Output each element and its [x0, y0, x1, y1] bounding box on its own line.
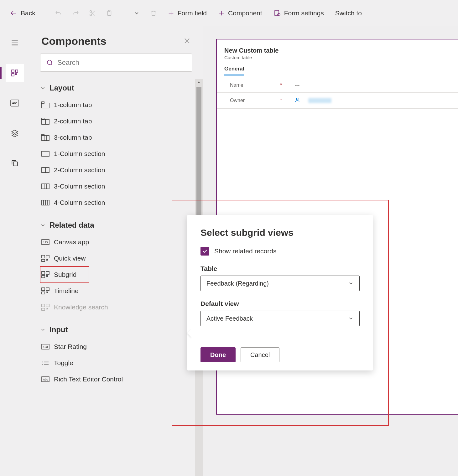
form-subtitle: Custom table: [217, 54, 458, 66]
clipboard-icon: [106, 10, 113, 17]
redo-button[interactable]: [68, 6, 83, 20]
comp-rich-text[interactable]: AbcRich Text Editor Control: [40, 371, 203, 387]
comp-4col-section[interactable]: 4-Column section: [40, 194, 203, 211]
comp-timeline[interactable]: Timeline: [40, 283, 203, 299]
check-icon: [202, 248, 208, 254]
chevron-down-icon: [40, 222, 46, 228]
abc-icon: Abc: [41, 376, 49, 383]
comp-knowledge-search: Knowledge search: [40, 299, 203, 315]
chevron-button[interactable]: [129, 6, 144, 20]
svg-rect-17: [42, 118, 44, 120]
search-box[interactable]: [40, 54, 192, 72]
close-icon: [183, 37, 191, 44]
done-button[interactable]: Done: [200, 347, 236, 362]
group-layout[interactable]: Layout: [40, 79, 203, 97]
cut-button[interactable]: [85, 6, 100, 20]
grid-icon: [41, 304, 49, 311]
view-dropdown[interactable]: Active Feedback: [200, 311, 360, 326]
svg-text:Abc: Abc: [43, 378, 48, 381]
plus-icon: [218, 10, 225, 17]
comp-toggle[interactable]: Toggle: [40, 355, 203, 371]
field-row-name[interactable]: Name * ---: [217, 78, 458, 92]
show-related-checkbox[interactable]: [200, 247, 209, 256]
svg-rect-40: [42, 308, 45, 310]
switch-label: Switch to: [335, 9, 362, 17]
star-icon: 123: [41, 343, 49, 350]
comp-1col-tab[interactable]: 1-column tab: [40, 97, 203, 113]
form-field-label: Form field: [178, 9, 207, 17]
comp-1col-section[interactable]: 1-Column section: [40, 146, 203, 162]
comp-2col-section[interactable]: 2-Column section: [40, 162, 203, 178]
switch-button[interactable]: Switch to: [331, 8, 362, 19]
rail-layers[interactable]: [6, 124, 24, 142]
rail-copy[interactable]: [6, 154, 24, 172]
chevron-down-icon: [133, 10, 140, 16]
table-dropdown[interactable]: Feedback (Regarding): [200, 276, 360, 291]
svg-rect-34: [42, 288, 45, 291]
components-icon: [11, 69, 19, 77]
comp-2col-tab[interactable]: 2-column tab: [40, 113, 203, 129]
svg-rect-37: [46, 292, 48, 293]
field-value: ---: [294, 82, 299, 88]
comp-subgrid[interactable]: Subgrid: [40, 266, 89, 283]
svg-rect-35: [46, 288, 49, 291]
grid-icon: [41, 287, 49, 294]
back-label: Back: [21, 9, 35, 17]
svg-rect-18: [42, 136, 49, 141]
svg-rect-28: [42, 259, 45, 261]
svg-point-0: [90, 14, 91, 16]
form-field-button[interactable]: Form field: [163, 8, 211, 19]
undo-button[interactable]: [51, 6, 66, 20]
comp-3col-section[interactable]: 3-Column section: [40, 178, 203, 194]
panel-close-button[interactable]: [183, 37, 191, 46]
field-row-owner[interactable]: Owner *: [217, 92, 458, 109]
tab-icon: [41, 118, 49, 125]
chevron-down-icon: [348, 316, 354, 321]
side-rail: Abc: [0, 26, 29, 476]
form-settings-label: Form settings: [284, 9, 324, 17]
svg-rect-4: [275, 10, 279, 16]
svg-rect-41: [46, 308, 48, 309]
group-input[interactable]: Input: [40, 321, 203, 339]
rail-menu[interactable]: [6, 34, 24, 52]
delete-button[interactable]: [146, 6, 161, 20]
svg-rect-33: [46, 276, 48, 277]
comp-star-rating[interactable]: 123Star Rating: [40, 339, 203, 355]
svg-rect-20: [42, 151, 49, 156]
svg-rect-27: [46, 255, 49, 258]
form-settings-button[interactable]: Form settings: [269, 8, 328, 19]
separator: [123, 6, 123, 20]
svg-text:Abc: Abc: [12, 101, 17, 105]
svg-rect-14: [42, 103, 49, 108]
svg-rect-38: [42, 304, 45, 307]
comp-quick-view[interactable]: Quick view: [40, 250, 203, 266]
chevron-down-icon: [348, 281, 354, 286]
chevron-down-icon: [40, 327, 46, 333]
group-related[interactable]: Related data: [40, 216, 203, 234]
section-icon: [41, 199, 49, 206]
subgrid-popover: Select subgrid views Show related record…: [187, 215, 373, 370]
rail-components[interactable]: [6, 64, 24, 82]
field-label: Owner: [230, 98, 274, 103]
svg-rect-22: [42, 184, 49, 189]
plus-icon: [168, 10, 174, 17]
svg-rect-9: [15, 74, 16, 75]
separator: [45, 6, 45, 20]
comp-canvas-app[interactable]: 123Canvas app: [40, 234, 203, 250]
svg-rect-7: [12, 74, 14, 76]
cancel-button[interactable]: Cancel: [241, 347, 279, 362]
components-panel: Components Layout 1-column tab 2-column …: [29, 26, 203, 476]
popover-title: Select subgrid views: [200, 227, 360, 238]
paste-button[interactable]: [102, 6, 117, 20]
svg-rect-36: [42, 292, 45, 294]
component-button[interactable]: Component: [214, 8, 267, 19]
component-label: Component: [228, 9, 262, 17]
abc-icon: Abc: [10, 100, 19, 106]
search-input[interactable]: [57, 59, 186, 67]
comp-3col-tab[interactable]: 3-column tab: [40, 129, 203, 146]
back-button[interactable]: Back: [6, 7, 39, 19]
rail-abc[interactable]: Abc: [6, 94, 24, 112]
svg-rect-8: [15, 70, 18, 72]
form-tab-general[interactable]: General: [224, 66, 244, 75]
svg-rect-6: [12, 70, 14, 72]
